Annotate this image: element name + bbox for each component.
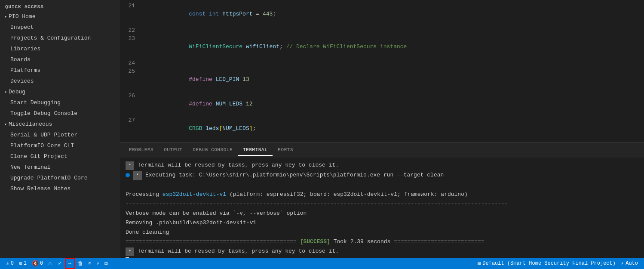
sidebar-item-serial-plotter[interactable]: Serial & UDP Plotter	[0, 130, 120, 140]
line-number-25: 25	[120, 67, 142, 75]
sidebar-group-label-misc: Miscellaneous	[9, 121, 52, 127]
code-line-26: 26 #define NUM_LEDS 12	[120, 92, 644, 116]
term-done-text: Done cleaning	[126, 228, 169, 237]
check-icon: ✓	[58, 260, 61, 267]
status-trash[interactable]: 🗑	[75, 258, 86, 269]
terminal-line-processing: Processing esp32doit-devkit-v1 (platform…	[126, 190, 639, 199]
flask-icon: ⚗	[88, 260, 91, 267]
panel-tabs-bar: PROBLEMS OUTPUT DEBUG CONSOLE TERMINAL P…	[120, 142, 644, 158]
term-dashes-text: ----------------------------------------…	[126, 200, 508, 208]
tab-ports[interactable]: PORTS	[273, 145, 298, 156]
line-content-25: #define LED_PIN 13	[142, 67, 249, 92]
line-number-27: 27	[120, 116, 142, 124]
line-number-22: 22	[120, 26, 142, 34]
auto-icon: ⚡	[621, 260, 624, 267]
terminal-line-removing: Removing .pio\build\esp32doit-devkit-v1	[126, 219, 639, 227]
mute-icon: 🔇	[32, 260, 39, 267]
sidebar-item-clone-git[interactable]: Clone Git Project	[0, 151, 120, 162]
line-content-22	[142, 26, 145, 34]
term-text-2: Executing task: C:\Users\shirr\.platform…	[145, 171, 444, 179]
line-content-26: #define NUM_LEDS 12	[142, 92, 253, 116]
status-errors-count: 0	[11, 260, 14, 266]
term-success-text: ========================================…	[126, 238, 485, 246]
sidebar-group-label-pio-home: PIO Home	[9, 13, 35, 20]
sidebar-item-projects-config[interactable]: Projects & Configuration	[0, 33, 120, 43]
status-bar: ⚠ 0 ⚙ 1 🔇 0 ⌂ ✓ → 🗑 ⚗ ⚡ ⊡ ⊞ Default (Sma…	[0, 258, 644, 269]
quick-access-header: QUICK ACCESS	[0, 2, 120, 11]
status-upload[interactable]: ⊡	[102, 258, 110, 269]
terminal-line-dashes: ----------------------------------------…	[126, 200, 639, 208]
status-muted[interactable]: 🔇 0	[29, 258, 46, 269]
status-arrow[interactable]: →	[65, 258, 75, 269]
plug-icon: ⚡	[96, 260, 99, 267]
tab-terminal[interactable]: TERMINAL	[238, 145, 273, 156]
editor-area: 21 const int httpsPort = 443; 22 23 WiFi…	[120, 0, 644, 258]
code-line-25: 25 #define LED_PIN 13	[120, 67, 644, 92]
sidebar-group-debug[interactable]: ▾ Debug	[0, 87, 120, 97]
sidebar-item-inspect[interactable]: Inspect	[0, 22, 120, 33]
sidebar-item-upgrade-pio[interactable]: Upgrade PlatformIO Core	[0, 173, 120, 183]
sidebar-group-miscellaneous[interactable]: ▾ Miscellaneous	[0, 119, 120, 130]
sidebar-item-new-terminal[interactable]: New Terminal	[0, 162, 120, 173]
sidebar-item-platforms[interactable]: Platforms	[0, 65, 120, 76]
upload-icon: ⊡	[104, 260, 107, 267]
tab-output[interactable]: OUTPUT	[159, 145, 187, 156]
status-plug[interactable]: ⚡	[94, 258, 102, 269]
code-line-21: 21 const int httpsPort = 443;	[120, 2, 644, 26]
sidebar: QUICK ACCESS ▾ PIO Home Inspect Projects…	[0, 0, 120, 258]
project-icon: ⊞	[478, 260, 481, 267]
term-asterisk-icon-3: *	[126, 247, 134, 256]
sidebar-item-start-debugging[interactable]: Start Debugging	[0, 97, 120, 108]
line-number-21: 21	[120, 2, 142, 10]
sidebar-group-pio-home[interactable]: ▾ PIO Home	[0, 11, 120, 22]
home-icon: ⌂	[48, 260, 52, 267]
terminal-line-success: ========================================…	[126, 238, 639, 246]
terminal-line-last: * Terminal will be reused by tasks, pres…	[126, 247, 639, 256]
chevron-down-icon-misc: ▾	[4, 122, 7, 127]
terminal-line-done: Done cleaning	[126, 228, 639, 237]
sidebar-item-show-release-notes[interactable]: Show Release Notes	[0, 183, 120, 194]
gear-icon: ⚙	[19, 260, 22, 267]
status-muted-count: 0	[40, 260, 43, 266]
chevron-right-icon: ▾	[4, 90, 7, 95]
line-number-23: 23	[120, 34, 142, 43]
arrow-icon: →	[68, 260, 71, 267]
line-content-27: CRGB leds[NUM_LEDS];	[142, 116, 256, 141]
term-asterisk-icon-2: *	[133, 171, 142, 180]
sidebar-item-devices[interactable]: Devices	[0, 76, 120, 87]
status-settings-count: 1	[24, 260, 27, 266]
status-home[interactable]: ⌂	[46, 258, 55, 269]
status-auto-label: Auto	[626, 260, 638, 266]
terminal-line-blank	[126, 181, 639, 189]
sidebar-group-label-debug: Debug	[9, 89, 25, 95]
line-content-24	[142, 59, 145, 67]
status-auto[interactable]: ⚡ Auto	[618, 258, 641, 269]
warning-icon: ⚠	[6, 260, 9, 267]
tab-debug-console[interactable]: DEBUG CONSOLE	[187, 145, 238, 156]
line-number-26: 26	[120, 92, 142, 100]
chevron-down-icon: ▾	[4, 14, 7, 19]
status-settings[interactable]: ⚙ 1	[16, 258, 29, 269]
terminal-area[interactable]: * Terminal will be reused by tasks, pres…	[120, 158, 644, 258]
sidebar-item-toggle-debug-console[interactable]: Toggle Debug Console	[0, 108, 120, 119]
term-circle-icon	[126, 173, 130, 177]
status-flask[interactable]: ⚗	[86, 258, 94, 269]
trash-icon: 🗑	[78, 260, 83, 267]
tab-problems[interactable]: PROBLEMS	[124, 145, 159, 156]
code-line-23: 23 WiFiClientSecure wifiClient; // Decla…	[120, 34, 644, 59]
term-asterisk-icon-1: *	[126, 161, 134, 170]
status-errors[interactable]: ⚠ 0	[3, 258, 16, 269]
line-number-24: 24	[120, 59, 142, 67]
sidebar-item-libraries[interactable]: Libraries	[0, 43, 120, 54]
term-text-1: Terminal will be reused by tasks, press …	[138, 161, 339, 170]
line-content-21: const int httpsPort = 443;	[142, 2, 276, 26]
term-removing-text: Removing .pio\build\esp32doit-devkit-v1	[126, 219, 256, 227]
main-container: QUICK ACCESS ▾ PIO Home Inspect Projects…	[0, 0, 644, 258]
code-line-27: 27 CRGB leds[NUM_LEDS];	[120, 116, 644, 141]
terminal-line-2: * Executing task: C:\Users\shirr\.platfo…	[126, 171, 639, 180]
status-project[interactable]: ⊞ Default (Smart Home Security Final Pro…	[475, 258, 618, 269]
sidebar-item-pio-core-cli[interactable]: PlatformIO Core CLI	[0, 140, 120, 151]
line-content-23: WiFiClientSecure wifiClient; // Declare …	[142, 34, 407, 59]
status-checkmark[interactable]: ✓	[55, 258, 65, 269]
sidebar-item-boards[interactable]: Boards	[0, 54, 120, 65]
